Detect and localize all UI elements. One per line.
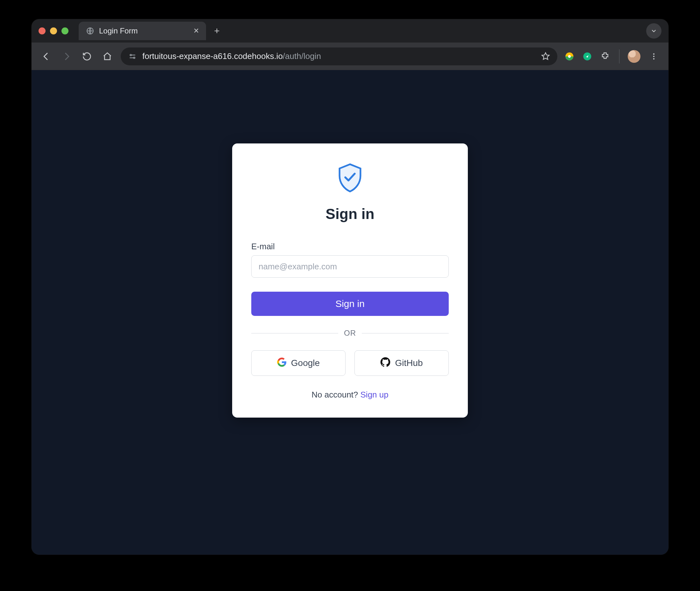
forward-button[interactable] bbox=[60, 49, 74, 63]
signin-button[interactable]: Sign in bbox=[251, 292, 449, 316]
reload-button[interactable] bbox=[80, 49, 94, 63]
new-tab-button[interactable]: + bbox=[211, 24, 223, 37]
bookmark-button[interactable] bbox=[540, 51, 551, 62]
page-viewport: Sign in E-mail Sign in OR bbox=[31, 70, 669, 555]
close-window-button[interactable] bbox=[38, 27, 46, 35]
svg-point-2 bbox=[134, 57, 135, 58]
github-oauth-button[interactable]: GitHub bbox=[355, 350, 449, 376]
email-input[interactable] bbox=[251, 255, 449, 278]
login-card: Sign in E-mail Sign in OR bbox=[232, 143, 468, 417]
browser-tab[interactable]: Login Form ✕ bbox=[79, 22, 206, 40]
oauth-buttons: Google GitHub bbox=[251, 350, 449, 376]
window-controls bbox=[38, 27, 69, 35]
github-icon bbox=[380, 357, 390, 370]
toolbar-right bbox=[564, 49, 661, 63]
or-separator: OR bbox=[251, 329, 449, 338]
shield-check-icon bbox=[337, 163, 363, 193]
site-settings-icon[interactable] bbox=[127, 51, 138, 62]
card-title: Sign in bbox=[325, 205, 374, 222]
email-field-group: E-mail bbox=[251, 242, 449, 278]
email-label: E-mail bbox=[251, 242, 449, 252]
no-account-text: No account? bbox=[311, 390, 360, 399]
tabs-dropdown-button[interactable] bbox=[646, 23, 662, 39]
extension-color-icon[interactable] bbox=[564, 51, 575, 62]
url-text: fortuitous-expanse-a616.codehooks.io/aut… bbox=[142, 51, 536, 61]
kebab-menu-button[interactable] bbox=[647, 49, 661, 63]
url-path: /auth/login bbox=[283, 51, 321, 61]
github-label: GitHub bbox=[395, 358, 422, 368]
globe-icon bbox=[86, 26, 95, 36]
signup-link[interactable]: Sign up bbox=[361, 390, 389, 399]
fullscreen-window-button[interactable] bbox=[62, 27, 69, 35]
svg-point-7 bbox=[653, 56, 654, 57]
address-bar[interactable]: fortuitous-expanse-a616.codehooks.io/aut… bbox=[121, 48, 557, 65]
svg-point-4 bbox=[568, 55, 571, 58]
home-button[interactable] bbox=[100, 49, 114, 63]
separator-line bbox=[362, 333, 449, 333]
svg-point-8 bbox=[653, 58, 654, 59]
extension-compass-icon[interactable] bbox=[581, 51, 593, 62]
browser-window: Login Form ✕ + fortuitous-expanse-a616.c… bbox=[31, 19, 669, 555]
url-host: fortuitous-expanse-a616.codehooks.io bbox=[142, 51, 283, 61]
tab-title: Login Form bbox=[99, 26, 189, 36]
tab-close-button[interactable]: ✕ bbox=[193, 27, 199, 35]
svg-point-6 bbox=[653, 53, 654, 55]
browser-toolbar: fortuitous-expanse-a616.codehooks.io/aut… bbox=[31, 43, 669, 70]
profile-avatar[interactable] bbox=[628, 50, 640, 63]
google-label: Google bbox=[291, 358, 320, 368]
extensions-button[interactable] bbox=[599, 51, 611, 62]
minimize-window-button[interactable] bbox=[50, 27, 57, 35]
toolbar-divider bbox=[619, 49, 619, 63]
separator-line bbox=[251, 333, 338, 333]
signup-row: No account? Sign up bbox=[311, 390, 388, 400]
svg-point-1 bbox=[130, 54, 131, 56]
google-icon bbox=[277, 357, 287, 369]
or-label: OR bbox=[344, 329, 356, 338]
back-button[interactable] bbox=[39, 49, 53, 63]
google-oauth-button[interactable]: Google bbox=[251, 350, 345, 376]
tab-bar: Login Form ✕ + bbox=[31, 19, 669, 43]
